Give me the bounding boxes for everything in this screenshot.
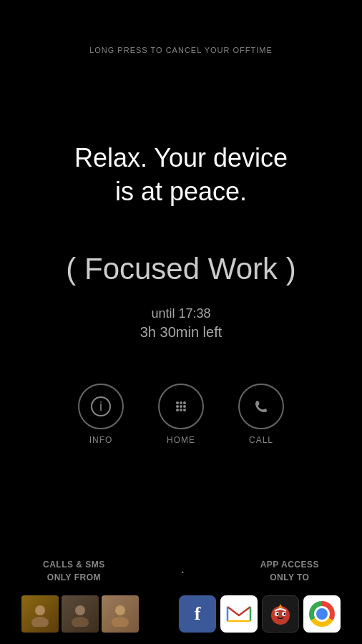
call-button[interactable]: CALL xyxy=(238,384,284,445)
svg-text:i: i xyxy=(99,399,102,414)
svg-point-4 xyxy=(183,401,186,404)
person3-icon xyxy=(107,601,133,627)
calls-sms-label2: ONLY FROM xyxy=(43,571,105,584)
gmail-icon xyxy=(226,604,252,624)
svg-point-22 xyxy=(284,613,286,615)
app-access-label1: APP ACCESS xyxy=(260,558,319,571)
info-icon: i xyxy=(91,396,111,416)
time-info: until 17:38 3h 30min left xyxy=(0,306,362,341)
mode-label: ( Focused Work ) xyxy=(66,252,295,286)
top-bar: LONG PRESS TO CANCEL YOUR OFFTIME xyxy=(0,0,362,56)
info-button[interactable]: i INFO xyxy=(78,384,124,445)
call-label: CALL xyxy=(249,435,273,445)
home-circle xyxy=(158,384,204,429)
headline: Relax. Your device is at peace. xyxy=(0,142,362,209)
calls-sms-label1: CALLS & SMS xyxy=(43,558,105,571)
svg-point-13 xyxy=(75,605,85,615)
svg-point-7 xyxy=(183,405,186,408)
gmail-app-icon[interactable] xyxy=(220,595,258,633)
svg-point-5 xyxy=(176,405,179,408)
app-access-label2: ONLY TO xyxy=(260,571,319,584)
angrybirds-icon xyxy=(268,601,293,627)
svg-point-3 xyxy=(180,401,182,404)
home-label: HOME xyxy=(167,435,195,445)
calls-sms-group: CALLS & SMS ONLY FROM xyxy=(43,558,105,584)
avatar-person2[interactable] xyxy=(62,595,99,633)
svg-point-16 xyxy=(112,617,129,627)
facebook-app-icon[interactable]: f xyxy=(179,595,216,633)
call-circle xyxy=(238,384,284,429)
svg-point-21 xyxy=(277,613,279,615)
svg-point-10 xyxy=(183,409,186,411)
mode-title: ( Focused Work ) xyxy=(0,252,362,286)
svg-point-6 xyxy=(180,405,182,408)
action-buttons: i INFO HOME CALL xyxy=(0,384,362,445)
bottom-bar: CALLS & SMS ONLY FROM · APP ACCESS ONLY … xyxy=(0,558,362,644)
app-group: f xyxy=(179,595,341,633)
avatar-group xyxy=(21,595,139,633)
avatars-apps-row: f xyxy=(0,595,362,633)
main-message: Relax. Your device is at peace. xyxy=(0,142,362,209)
until-time: until 17:38 xyxy=(0,306,362,321)
person1-icon xyxy=(27,601,53,627)
instruction-text: LONG PRESS TO CANCEL YOUR OFFTIME xyxy=(89,46,273,54)
person2-icon xyxy=(67,601,93,627)
separator-dot: · xyxy=(180,563,185,580)
chrome-app-icon[interactable] xyxy=(303,595,341,633)
angrybirds-app-icon[interactable] xyxy=(262,595,299,633)
access-labels: CALLS & SMS ONLY FROM · APP ACCESS ONLY … xyxy=(0,558,362,584)
info-label: INFO xyxy=(89,435,113,445)
svg-point-9 xyxy=(180,409,182,411)
svg-point-12 xyxy=(31,617,49,627)
info-circle: i xyxy=(78,384,124,429)
svg-point-2 xyxy=(176,401,179,404)
avatar-person1[interactable] xyxy=(21,595,59,633)
home-icon xyxy=(171,396,191,416)
svg-point-14 xyxy=(72,617,89,627)
chrome-icon xyxy=(309,601,335,627)
headline-line2: is at peace. xyxy=(115,177,247,206)
svg-point-11 xyxy=(35,605,45,615)
call-icon xyxy=(251,396,271,416)
svg-point-8 xyxy=(176,409,179,411)
avatar-person3[interactable] xyxy=(102,595,139,633)
svg-point-15 xyxy=(115,605,125,615)
app-access-group: APP ACCESS ONLY TO xyxy=(260,558,319,584)
headline-line1: Relax. Your device xyxy=(74,143,288,172)
time-remaining: 3h 30min left xyxy=(0,324,362,341)
home-button[interactable]: HOME xyxy=(158,384,204,445)
